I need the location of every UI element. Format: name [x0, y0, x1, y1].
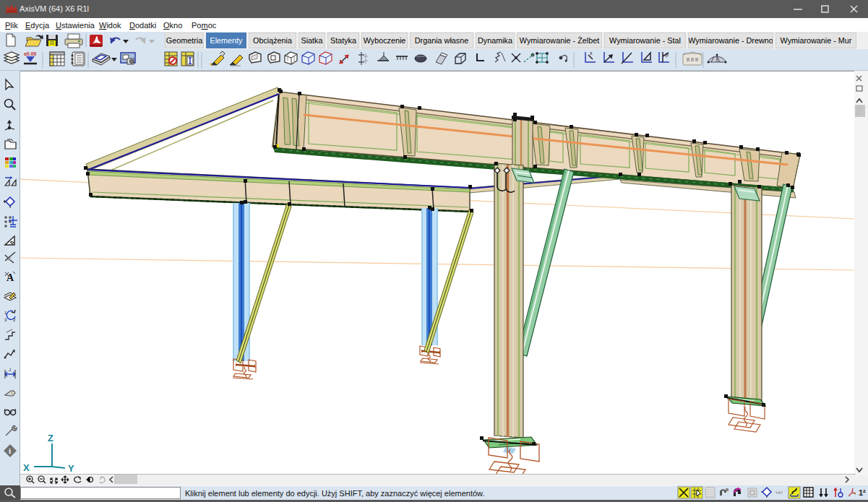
svg-text:i: i — [9, 446, 11, 455]
svg-text:x: x — [590, 51, 593, 56]
svg-text:3: 3 — [4, 318, 7, 322]
svg-text:A: A — [7, 272, 14, 283]
svg-text:J: J — [9, 368, 11, 372]
svg-text:β: β — [666, 52, 669, 58]
svg-text:X: X — [23, 462, 30, 473]
svg-text:Z: Z — [48, 433, 53, 443]
svg-text:2: 2 — [13, 318, 16, 322]
svg-text:Y: Y — [68, 463, 74, 474]
svg-text:1²: 1² — [859, 488, 866, 497]
svg-text:±0.00: ±0.00 — [24, 51, 37, 56]
